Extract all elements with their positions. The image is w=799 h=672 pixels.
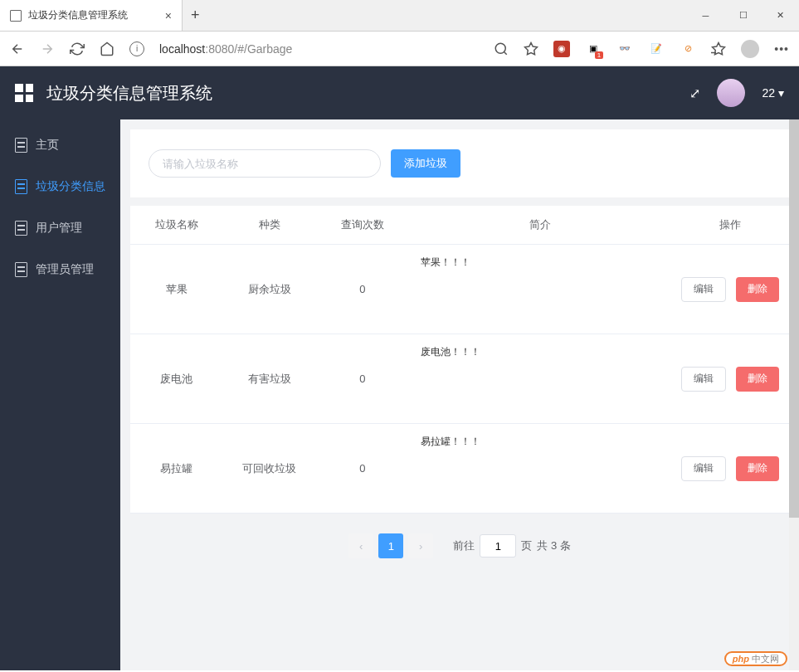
table-row: 易拉罐 可回收垃圾 0 编辑 删除 bbox=[130, 424, 789, 514]
goto-suffix: 页 bbox=[521, 538, 532, 553]
user-badge-text: 22 bbox=[762, 86, 775, 100]
close-window-button[interactable]: ✕ bbox=[762, 0, 799, 31]
edit-button[interactable]: 编辑 bbox=[681, 277, 726, 302]
ublock-ext-icon[interactable]: ◉ bbox=[553, 41, 570, 57]
ext-icon-2[interactable]: ▣1 bbox=[585, 41, 602, 57]
tab-title: 垃圾分类信息管理系统 bbox=[28, 8, 158, 22]
doc-icon bbox=[15, 179, 27, 194]
table-row: 废电池 有害垃圾 0 编辑 删除 bbox=[130, 334, 789, 424]
sidebar-item-label: 主页 bbox=[36, 138, 59, 153]
home-button[interactable] bbox=[100, 41, 114, 56]
search-icon[interactable] bbox=[494, 41, 509, 56]
next-page-button[interactable]: › bbox=[408, 533, 433, 558]
th-name: 垃圾名称 bbox=[130, 206, 223, 245]
ext-icon-5[interactable]: ⊘ bbox=[680, 41, 696, 57]
maximize-button[interactable]: ☐ bbox=[724, 0, 762, 31]
ext-icon-4[interactable]: 📝 bbox=[648, 41, 665, 57]
cell-count: 0 bbox=[316, 334, 409, 424]
url-host: localhost bbox=[159, 42, 205, 56]
goto-prefix: 前往 bbox=[453, 538, 475, 553]
browser-tab[interactable]: 垃圾分类信息管理系统 × bbox=[0, 0, 183, 31]
sidebar-item-label: 用户管理 bbox=[36, 221, 82, 236]
toolbar-right: ◉ ▣1 👓 📝 ⊘ ••• bbox=[494, 40, 789, 58]
address-bar[interactable]: localhost:8080/#/Garbage bbox=[159, 42, 479, 56]
content-area: 添加垃圾 垃圾名称 种类 查询次数 简介 操作 苹果 厨余垃圾 0 bbox=[120, 119, 799, 670]
favorite-icon[interactable] bbox=[524, 41, 538, 56]
user-dropdown[interactable]: 22 ▾ bbox=[762, 86, 784, 100]
sidebar-item-garbage[interactable]: 垃圾分类信息 bbox=[0, 166, 120, 207]
desc-textarea[interactable] bbox=[416, 251, 665, 325]
refresh-button[interactable] bbox=[70, 41, 85, 56]
cell-type: 厨余垃圾 bbox=[223, 245, 316, 334]
prev-page-button[interactable]: ‹ bbox=[348, 533, 373, 558]
url-path: /#/Garbage bbox=[234, 42, 292, 56]
delete-button[interactable]: 删除 bbox=[736, 367, 779, 392]
sidebar-item-label: 垃圾分类信息 bbox=[36, 179, 105, 194]
th-desc: 简介 bbox=[409, 206, 671, 245]
total-text: 共 3 条 bbox=[537, 538, 570, 553]
minimize-button[interactable]: ─ bbox=[687, 0, 724, 31]
desc-textarea[interactable] bbox=[416, 340, 665, 415]
page-number-button[interactable]: 1 bbox=[378, 533, 403, 558]
scrollbar[interactable] bbox=[789, 119, 799, 670]
doc-icon bbox=[15, 138, 27, 153]
garbage-table: 垃圾名称 种类 查询次数 简介 操作 苹果 厨余垃圾 0 编辑 删除 bbox=[130, 206, 789, 514]
table-row: 苹果 厨余垃圾 0 编辑 删除 bbox=[130, 245, 789, 334]
window-controls: ─ ☐ ✕ bbox=[687, 0, 799, 31]
new-tab-button[interactable]: + bbox=[183, 0, 208, 31]
browser-toolbar: i localhost:8080/#/Garbage ◉ ▣1 👓 📝 ⊘ ••… bbox=[0, 32, 799, 66]
delete-button[interactable]: 删除 bbox=[736, 456, 779, 481]
sidebar-item-home[interactable]: 主页 bbox=[0, 124, 120, 166]
url-port: :8080 bbox=[205, 42, 234, 56]
favorites-list-icon[interactable] bbox=[711, 41, 726, 56]
chevron-down-icon: ▾ bbox=[778, 86, 784, 100]
profile-avatar-icon[interactable] bbox=[741, 40, 759, 58]
cell-count: 0 bbox=[316, 424, 409, 514]
fullscreen-icon[interactable]: ⤢ bbox=[689, 85, 700, 101]
forward-button[interactable] bbox=[40, 41, 55, 56]
svg-point-0 bbox=[496, 43, 506, 53]
app-menu-icon[interactable] bbox=[15, 84, 33, 102]
search-input[interactable] bbox=[149, 149, 381, 178]
sidebar-item-label: 管理员管理 bbox=[36, 262, 94, 277]
browser-tab-bar: 垃圾分类信息管理系统 × + ─ ☐ ✕ bbox=[0, 0, 799, 32]
cell-type: 可回收垃圾 bbox=[223, 424, 316, 514]
cell-count: 0 bbox=[316, 245, 409, 334]
cell-type: 有害垃圾 bbox=[223, 334, 316, 424]
more-menu-icon[interactable]: ••• bbox=[774, 42, 789, 56]
page-icon bbox=[10, 10, 22, 22]
doc-icon bbox=[15, 221, 27, 236]
edit-button[interactable]: 编辑 bbox=[681, 456, 726, 481]
ext-icon-3[interactable]: 👓 bbox=[616, 41, 633, 57]
search-card: 添加垃圾 bbox=[130, 129, 789, 197]
site-info-icon[interactable]: i bbox=[129, 41, 144, 56]
sidebar-item-users[interactable]: 用户管理 bbox=[0, 207, 120, 249]
sidebar: 主页 垃圾分类信息 用户管理 管理员管理 bbox=[0, 119, 120, 670]
edit-button[interactable]: 编辑 bbox=[681, 367, 726, 392]
th-count: 查询次数 bbox=[316, 206, 409, 245]
delete-button[interactable]: 删除 bbox=[736, 277, 779, 302]
app-header: 垃圾分类信息管理系统 ⤢ 22 ▾ bbox=[0, 66, 799, 119]
close-tab-icon[interactable]: × bbox=[165, 9, 172, 22]
user-avatar[interactable] bbox=[717, 79, 745, 107]
desc-textarea[interactable] bbox=[416, 430, 665, 504]
pagination: ‹ 1 › 前往 页 共 3 条 bbox=[130, 514, 789, 572]
cell-name: 苹果 bbox=[130, 245, 223, 334]
app-title: 垃圾分类信息管理系统 bbox=[46, 82, 212, 105]
watermark: php 中文网 bbox=[724, 650, 787, 665]
add-garbage-button[interactable]: 添加垃圾 bbox=[391, 149, 460, 178]
th-type: 种类 bbox=[223, 206, 316, 245]
th-action: 操作 bbox=[670, 206, 789, 245]
cell-name: 废电池 bbox=[130, 334, 223, 424]
doc-icon bbox=[15, 262, 27, 277]
cell-name: 易拉罐 bbox=[130, 424, 223, 514]
goto-page-input[interactable] bbox=[480, 534, 516, 558]
sidebar-item-admins[interactable]: 管理员管理 bbox=[0, 249, 120, 290]
back-button[interactable] bbox=[10, 41, 25, 56]
